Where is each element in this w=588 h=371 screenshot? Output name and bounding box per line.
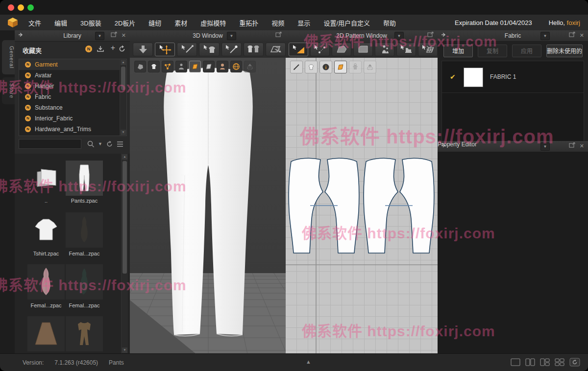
zoom-traffic-light[interactable] (27, 4, 34, 11)
tab-general[interactable]: General (2, 40, 15, 74)
lock-pattern-icon[interactable] (349, 61, 362, 73)
show-globe-icon[interactable] (230, 61, 242, 72)
library-item-jumpsuit[interactable] (66, 316, 103, 351)
layout-reset-icon[interactable] (569, 358, 580, 369)
menu-item-file[interactable]: 文件 (28, 18, 41, 27)
menu-item-avatar[interactable]: 虚拟模特 (200, 18, 226, 27)
library-item-pants[interactable] (66, 161, 103, 196)
menu-item-2d-pattern[interactable]: 2D板片 (115, 18, 136, 27)
library-item-parent-folder[interactable] (27, 161, 65, 196)
library-type-icon[interactable]: N (85, 45, 93, 55)
menu-item-material[interactable]: 素材 (174, 18, 187, 27)
reload-icon[interactable] (106, 140, 113, 150)
tool-rectangle-icon[interactable] (353, 43, 373, 56)
download-icon[interactable] (97, 45, 104, 55)
menu-item-settings[interactable]: 设置/用户自定义 (323, 18, 370, 27)
tree-item-avatar[interactable]: NAvatar (19, 70, 126, 81)
popout-icon[interactable] (111, 32, 117, 39)
menu-item-3d-garment[interactable]: 3D服装 (80, 18, 101, 27)
show-seamline-icon[interactable] (290, 61, 303, 73)
layout-two-column-icon[interactable] (525, 358, 535, 368)
fabric-delete-unused-button[interactable]: 删除未使用的 (546, 45, 583, 57)
show-garment-2d-icon[interactable] (305, 61, 318, 73)
scroll-thumb[interactable] (122, 161, 127, 274)
close-traffic-light[interactable] (8, 4, 14, 11)
menu-item-sewing[interactable]: 缝纫 (148, 18, 161, 27)
tree-scrollbar[interactable]: ▲ ▼ (120, 59, 126, 136)
show-garment-select-icon[interactable] (148, 61, 160, 72)
toolbar-collapse-chevron-icon[interactable] (425, 45, 434, 54)
list-view-icon[interactable] (116, 140, 124, 150)
search-icon[interactable] (87, 140, 95, 150)
layout-single-icon[interactable] (511, 358, 520, 368)
show-3d-garment-icon[interactable] (134, 61, 146, 72)
2d-window-menu-dropdown[interactable]: ▼ (394, 32, 404, 40)
close-icon[interactable]: ✕ (122, 32, 126, 39)
tool-select-garment-icon[interactable] (199, 43, 219, 56)
export-grid-icon[interactable] (244, 61, 256, 72)
scroll-down-icon[interactable]: ▼ (122, 348, 127, 353)
close-icon[interactable]: ✕ (580, 142, 584, 150)
layout-quad-icon[interactable] (555, 358, 564, 368)
popout-icon[interactable] (427, 32, 434, 39)
menu-item-retopology[interactable]: 重拓扑 (239, 18, 258, 27)
fabric-apply-button[interactable]: 应用 (512, 45, 541, 57)
tree-item-interior-fabric[interactable]: NInterior_Fabric (19, 113, 126, 124)
show-pattern-info-icon[interactable]: i (319, 61, 332, 73)
close-icon[interactable]: ✕ (580, 32, 584, 39)
search-filter-dropdown-icon[interactable]: ▼ (98, 141, 102, 146)
library-item-female-dress-3[interactable] (66, 264, 103, 300)
statusbar-expand-icon[interactable]: ▲ (306, 359, 311, 365)
show-base-size-icon[interactable] (364, 61, 376, 73)
menu-item-display[interactable]: 显示 (297, 18, 310, 27)
3d-window-menu-dropdown[interactable]: ▼ (227, 32, 236, 40)
fabric-add-button[interactable]: 增加 (443, 45, 473, 57)
property-editor-menu-dropdown[interactable]: ▼ (540, 142, 550, 151)
toolbar-collapse-chevron-icon[interactable] (273, 45, 282, 54)
menu-item-help[interactable]: 帮助 (383, 18, 396, 27)
tool-pin-icon[interactable] (221, 43, 242, 56)
tool-edit-pattern-icon[interactable] (310, 43, 330, 56)
fabric-swatch[interactable] (464, 68, 483, 87)
tool-fold-garment-icon[interactable] (244, 43, 264, 56)
tool-select-move-icon[interactable] (155, 43, 175, 56)
show-particle-icon[interactable] (162, 61, 173, 72)
minimize-traffic-light[interactable] (18, 4, 24, 11)
tree-item-hardware-and-trims[interactable]: NHardware_and_Trims (19, 124, 126, 135)
scroll-down-icon[interactable]: ▼ (121, 130, 126, 135)
library-item-female-dress-1[interactable] (66, 212, 103, 248)
tool-transform-pattern-icon[interactable] (289, 43, 308, 56)
tree-item-garment[interactable]: NGarment (19, 59, 126, 70)
tree-item-substance[interactable]: NSubstance (19, 102, 126, 113)
tool-sewing-icon[interactable] (396, 43, 416, 56)
show-pattern-fill-icon[interactable] (334, 61, 347, 73)
thumbnails-scrollbar[interactable]: ▲ ▼ (121, 154, 128, 353)
menu-item-video[interactable]: 视频 (271, 18, 284, 27)
tool-gizmo-icon[interactable] (133, 43, 153, 56)
tool-print-layout-avatar-icon[interactable] (375, 43, 394, 56)
library-item-female-dress-2[interactable] (27, 264, 65, 300)
add-folder-icon[interactable]: + (111, 44, 115, 52)
tree-item-hanger[interactable]: NHanger (19, 81, 126, 92)
fabric-copy-button[interactable]: 复制 (478, 45, 507, 57)
dock-arrow-icon[interactable] (441, 142, 446, 150)
library-item-tshirt[interactable] (27, 212, 65, 248)
tool-select-brush-icon[interactable] (177, 43, 197, 56)
scroll-thumb[interactable] (121, 67, 125, 90)
scroll-up-icon[interactable]: ▲ (122, 154, 127, 160)
show-pattern-alt-icon[interactable] (203, 61, 215, 72)
tree-item-fabric[interactable]: NFabric (19, 92, 126, 102)
show-pattern-icon[interactable] (189, 61, 201, 72)
popout-icon[interactable] (569, 142, 575, 150)
show-avatar-icon[interactable] (175, 61, 187, 72)
fabric-list-item[interactable]: ✔ FABRIC 1 (442, 61, 584, 93)
scroll-up-icon[interactable]: ▲ (121, 60, 126, 65)
2d-pattern-canvas[interactable]: i (286, 58, 438, 353)
show-avatar-skin-icon[interactable] (217, 61, 228, 72)
tool-polygon-icon[interactable] (332, 43, 351, 56)
library-item-skirt[interactable] (27, 316, 65, 351)
username-link[interactable]: foxirj (567, 19, 580, 26)
library-menu-dropdown[interactable]: ▼ (95, 32, 104, 40)
tab-store[interactable]: Store (2, 77, 15, 104)
popout-icon[interactable] (275, 32, 282, 39)
